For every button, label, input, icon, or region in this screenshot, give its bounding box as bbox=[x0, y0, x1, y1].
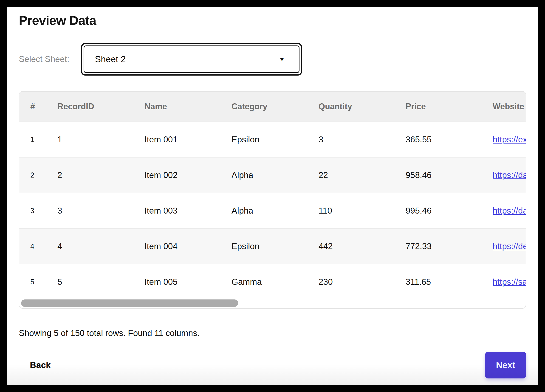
cell-category: Epsilon bbox=[227, 242, 314, 251]
table-row: 55Item 005Gamma230311.65https://sa bbox=[19, 264, 526, 299]
cell-quantity: 110 bbox=[314, 206, 402, 216]
cell-website: https://da bbox=[489, 170, 526, 180]
sheet-select-label: Select Sheet: bbox=[19, 54, 81, 64]
sheet-selector-row: Select Sheet: Sheet 2 ▼ bbox=[19, 43, 526, 75]
cell-category: Alpha bbox=[227, 206, 314, 216]
cell-category: Epsilon bbox=[227, 135, 314, 144]
sheet-select-dropdown[interactable]: Sheet 2 ▼ bbox=[81, 43, 302, 75]
cell-name: Item 004 bbox=[140, 242, 227, 251]
row-number: 5 bbox=[19, 278, 53, 286]
cell-price: 772.33 bbox=[402, 242, 489, 251]
cell-recordid: 2 bbox=[53, 170, 140, 180]
website-link[interactable]: https://da bbox=[493, 170, 526, 180]
horizontal-scrollbar-track[interactable] bbox=[19, 298, 526, 308]
cell-website: https://da bbox=[489, 206, 526, 216]
website-link[interactable]: https://sa bbox=[493, 277, 526, 286]
cell-category: Alpha bbox=[227, 170, 314, 180]
column-header-recordid: RecordID bbox=[53, 102, 140, 111]
next-button[interactable]: Next bbox=[485, 352, 526, 379]
column-header-website: Website bbox=[489, 102, 526, 111]
column-header-category: Category bbox=[227, 102, 314, 111]
cell-price: 365.55 bbox=[402, 135, 489, 144]
table-row: 33Item 003Alpha110995.46https://da bbox=[19, 193, 526, 228]
cell-name: Item 005 bbox=[140, 277, 227, 287]
cell-category: Gamma bbox=[227, 277, 314, 287]
cell-recordid: 3 bbox=[53, 206, 140, 216]
row-number: 2 bbox=[19, 171, 53, 179]
back-button[interactable]: Back bbox=[30, 360, 51, 370]
cell-price: 311.65 bbox=[402, 277, 489, 287]
table-body: 11Item 001Epsilon3365.55https://ex22Item… bbox=[19, 121, 526, 299]
website-link[interactable]: https://de bbox=[493, 242, 526, 251]
status-text: Showing 5 of 150 total rows. Found 11 co… bbox=[19, 328, 526, 338]
preview-table: #RecordIDNameCategoryQuantityPriceWebsit… bbox=[19, 91, 526, 309]
page-title: Preview Data bbox=[19, 13, 526, 28]
cell-name: Item 003 bbox=[140, 206, 227, 216]
table-row: 11Item 001Epsilon3365.55https://ex bbox=[19, 121, 526, 157]
table-row: 44Item 004Epsilon442772.33https://de bbox=[19, 228, 526, 264]
cell-name: Item 001 bbox=[140, 135, 227, 144]
row-number: 1 bbox=[19, 136, 53, 144]
row-number: 4 bbox=[19, 242, 53, 250]
cell-price: 995.46 bbox=[402, 206, 489, 216]
website-link[interactable]: https://ex bbox=[493, 135, 526, 144]
table-row: 22Item 002Alpha22958.46https://da bbox=[19, 157, 526, 193]
preview-data-dialog: Preview Data Select Sheet: Sheet 2 ▼ #Re… bbox=[7, 7, 538, 385]
chevron-down-icon: ▼ bbox=[279, 56, 285, 62]
cell-quantity: 3 bbox=[314, 135, 402, 144]
sheet-select-value: Sheet 2 bbox=[95, 54, 279, 64]
column-header-name: Name bbox=[140, 102, 227, 111]
column-header-quantity: Quantity bbox=[314, 102, 402, 111]
cell-quantity: 230 bbox=[314, 277, 402, 287]
horizontal-scrollbar-thumb[interactable] bbox=[21, 299, 238, 307]
cell-website: https://ex bbox=[489, 135, 526, 144]
cell-recordid: 4 bbox=[53, 242, 140, 251]
website-link[interactable]: https://da bbox=[493, 206, 526, 215]
table-header-row: #RecordIDNameCategoryQuantityPriceWebsit… bbox=[19, 92, 526, 121]
cell-price: 958.46 bbox=[402, 170, 489, 180]
footer: Back Next bbox=[19, 352, 526, 379]
cell-quantity: 442 bbox=[314, 242, 402, 251]
cell-recordid: 1 bbox=[53, 135, 140, 144]
cell-website: https://sa bbox=[489, 277, 526, 287]
column-header-price: Price bbox=[402, 102, 489, 111]
cell-website: https://de bbox=[489, 242, 526, 251]
cell-recordid: 5 bbox=[53, 277, 140, 287]
row-number: 3 bbox=[19, 207, 53, 215]
cell-quantity: 22 bbox=[314, 170, 402, 180]
cell-name: Item 002 bbox=[140, 170, 227, 180]
sheet-select-inner[interactable]: Sheet 2 ▼ bbox=[84, 45, 299, 73]
column-header--: # bbox=[19, 102, 53, 111]
